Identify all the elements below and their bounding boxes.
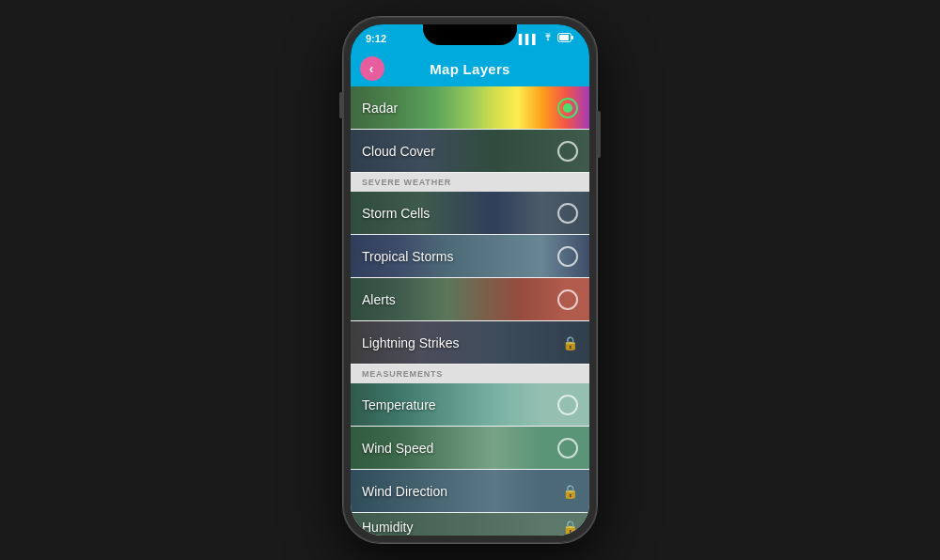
phone-frame: 9:12 ▌▌▌ bbox=[343, 17, 597, 543]
layers-list: Radar Cloud Cover SEVERE WEATHER S bbox=[351, 86, 589, 536]
radio-temperature[interactable] bbox=[557, 395, 578, 415]
back-button[interactable]: ‹ bbox=[360, 56, 384, 81]
radio-active-radar[interactable] bbox=[557, 98, 578, 118]
navigation-header: ‹ Map Layers bbox=[351, 51, 589, 86]
layer-label-humidity: Humidity bbox=[362, 520, 562, 535]
radio-alerts[interactable] bbox=[557, 289, 578, 310]
layer-item-wind-speed[interactable]: Wind Speed bbox=[351, 427, 589, 470]
layer-label-radar: Radar bbox=[362, 101, 557, 116]
layer-item-alerts[interactable]: Alerts bbox=[351, 278, 589, 321]
layer-label-wind-direction: Wind Direction bbox=[362, 484, 562, 499]
layer-control-cloud-cover[interactable] bbox=[557, 141, 578, 162]
layer-label-lightning-strikes: Lightning Strikes bbox=[362, 335, 562, 350]
lock-icon-lightning: 🔒 bbox=[562, 335, 578, 350]
section-label-severe-weather: SEVERE WEATHER bbox=[362, 178, 451, 187]
layer-item-tropical-storms[interactable]: Tropical Storms bbox=[351, 235, 589, 278]
svg-rect-2 bbox=[572, 36, 573, 39]
layer-control-wind-speed[interactable] bbox=[557, 438, 578, 459]
section-label-measurements: MEASUREMENTS bbox=[362, 369, 443, 379]
notch bbox=[423, 24, 517, 45]
radio-tropical-storms[interactable] bbox=[557, 246, 578, 267]
layer-item-cloud-cover[interactable]: Cloud Cover bbox=[351, 130, 589, 173]
signal-icon: ▌▌▌ bbox=[519, 34, 539, 44]
layer-control-alerts[interactable] bbox=[557, 289, 578, 310]
lock-icon-humidity: 🔒 bbox=[562, 520, 578, 535]
back-arrow-icon: ‹ bbox=[369, 61, 374, 76]
layer-item-storm-cells[interactable]: Storm Cells bbox=[351, 192, 589, 235]
radio-wind-speed[interactable] bbox=[557, 438, 578, 459]
wifi-icon bbox=[542, 33, 554, 44]
section-measurements: MEASUREMENTS bbox=[351, 365, 589, 383]
layer-control-lightning-strikes[interactable]: 🔒 bbox=[562, 334, 578, 351]
radio-cloud-cover[interactable] bbox=[557, 141, 578, 162]
section-severe-weather: SEVERE WEATHER bbox=[351, 173, 589, 192]
layer-control-tropical-storms[interactable] bbox=[557, 246, 578, 267]
battery-icon bbox=[557, 33, 574, 44]
layer-item-temperature[interactable]: Temperature bbox=[351, 383, 589, 427]
layer-control-temperature[interactable] bbox=[557, 395, 578, 415]
svg-rect-1 bbox=[559, 35, 569, 40]
layer-label-cloud-cover: Cloud Cover bbox=[362, 144, 557, 159]
status-time: 9:12 bbox=[366, 33, 386, 44]
layer-label-alerts: Alerts bbox=[362, 292, 557, 307]
page-title: Map Layers bbox=[430, 61, 510, 77]
layer-label-storm-cells: Storm Cells bbox=[362, 206, 557, 221]
status-icons: ▌▌▌ bbox=[519, 33, 574, 44]
layer-label-temperature: Temperature bbox=[362, 397, 557, 412]
lock-icon-wind-direction: 🔒 bbox=[562, 484, 578, 499]
phone-screen: 9:12 ▌▌▌ bbox=[351, 24, 589, 536]
layer-control-storm-cells[interactable] bbox=[557, 203, 578, 224]
layer-label-wind-speed: Wind Speed bbox=[362, 441, 557, 456]
layer-control-humidity[interactable]: 🔒 bbox=[562, 519, 578, 536]
layer-control-radar[interactable] bbox=[557, 98, 578, 118]
layer-item-humidity[interactable]: Humidity 🔒 bbox=[351, 513, 589, 536]
layer-item-radar[interactable]: Radar bbox=[351, 86, 589, 130]
layer-item-lightning-strikes[interactable]: Lightning Strikes 🔒 bbox=[351, 321, 589, 365]
layer-control-wind-direction[interactable]: 🔒 bbox=[562, 483, 578, 500]
radio-storm-cells[interactable] bbox=[557, 203, 578, 224]
layer-label-tropical-storms: Tropical Storms bbox=[362, 249, 557, 264]
layer-item-wind-direction[interactable]: Wind Direction 🔒 bbox=[351, 470, 589, 513]
